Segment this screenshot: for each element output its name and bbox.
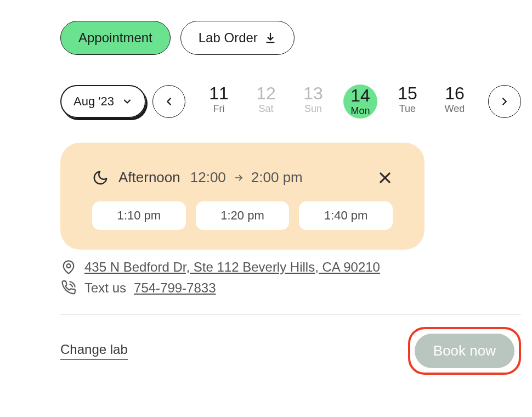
time-slot[interactable]: 1:10 pm [92, 201, 186, 230]
day-name: Mon [350, 105, 370, 117]
scheduling-tabs: Appointment Lab Order [60, 21, 521, 55]
next-week-button[interactable] [488, 85, 521, 118]
month-label: Aug '23 [73, 94, 114, 109]
date-selector-row: Aug '23 11 Fri 12 Sat 13 Sun [60, 84, 521, 119]
close-icon[interactable] [377, 170, 393, 185]
tab-appointment[interactable]: Appointment [60, 21, 171, 55]
time-slot-label: 1:20 pm [220, 208, 264, 223]
time-slot-label: 1:10 pm [117, 208, 161, 223]
time-end: 2:00 pm [251, 169, 303, 186]
time-slot-list: 1:10 pm 1:20 pm 1:40 pm [92, 201, 393, 230]
day-name: Wed [431, 103, 478, 115]
day-item[interactable]: 15 Tue [384, 84, 431, 119]
time-header: Afternoon 12:00 2:00 pm [92, 169, 393, 186]
phone-icon [60, 280, 77, 296]
address-row: 435 N Bedford Dr, Ste 112 Beverly Hills,… [60, 260, 521, 275]
tab-lab-order[interactable]: Lab Order [180, 21, 295, 55]
tab-appointment-label: Appointment [78, 30, 152, 46]
day-number: 13 [290, 84, 337, 102]
book-now-highlight: Book now [408, 327, 521, 375]
day-name: Fri [195, 103, 242, 115]
location-pin-icon [60, 260, 77, 275]
time-panel: Afternoon 12:00 2:00 pm 1:10 pm 1:20 pm … [60, 143, 425, 250]
day-item[interactable]: 16 Wed [431, 84, 478, 119]
moon-icon [92, 170, 109, 186]
day-item[interactable]: 12 Sat [242, 84, 290, 119]
address-link[interactable]: 435 N Bedford Dr, Ste 112 Beverly Hills,… [84, 260, 380, 275]
time-slot-label: 1:40 pm [324, 208, 368, 223]
day-number: 14 [350, 87, 370, 104]
time-period-label: Afternoon [118, 169, 180, 186]
day-number: 15 [384, 84, 431, 102]
svg-point-3 [67, 264, 71, 268]
day-list: 11 Fri 12 Sat 13 Sun 14 Mon 15 Tue [192, 84, 482, 119]
chevron-right-icon [499, 95, 511, 108]
prev-week-button[interactable] [152, 85, 185, 118]
time-slot[interactable]: 1:20 pm [196, 201, 290, 230]
day-item[interactable]: 11 Fri [195, 84, 242, 119]
time-slot[interactable]: 1:40 pm [299, 201, 393, 230]
text-us-label: Text us [84, 280, 126, 296]
day-name: Sun [290, 103, 337, 115]
day-number: 12 [242, 84, 290, 102]
arrow-right-icon [231, 173, 246, 183]
tab-lab-order-label: Lab Order [199, 30, 258, 46]
chevron-left-icon [163, 95, 175, 108]
day-number: 16 [431, 84, 478, 102]
phone-link[interactable]: 754-799-7833 [134, 280, 216, 296]
month-select[interactable]: Aug '23 [60, 85, 146, 118]
change-lab-button[interactable]: Change lab [60, 342, 128, 360]
day-name: Tue [384, 103, 431, 115]
phone-row: Text us 754-799-7833 [60, 280, 521, 296]
day-item-selected[interactable]: 14 Mon [337, 84, 384, 119]
footer-row: Change lab Book now [60, 327, 521, 375]
download-icon [264, 32, 276, 44]
day-number: 11 [195, 84, 242, 102]
day-item[interactable]: 13 Sun [290, 84, 337, 119]
time-start: 12:00 [190, 169, 226, 186]
divider [60, 314, 521, 315]
book-now-button[interactable]: Book now [415, 334, 514, 368]
chevron-down-icon [122, 96, 133, 107]
day-name: Sat [242, 103, 290, 115]
